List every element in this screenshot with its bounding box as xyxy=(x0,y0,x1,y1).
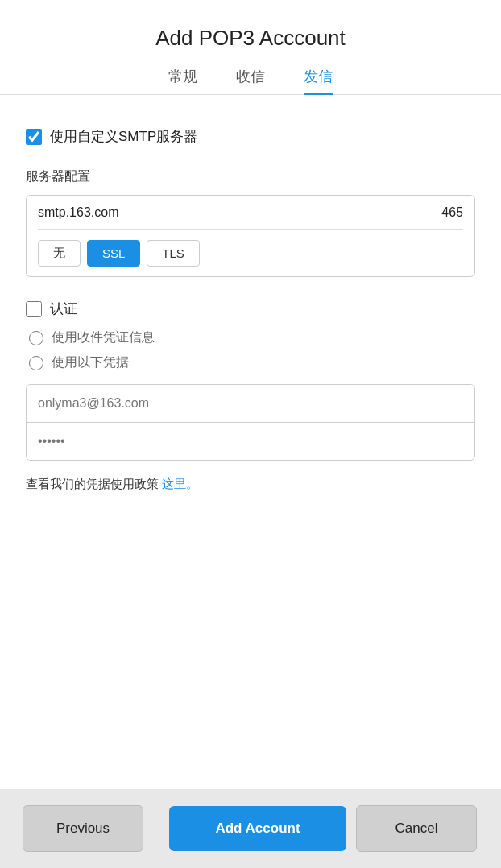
auth-checkbox-row: 认证 xyxy=(26,300,475,318)
policy-link[interactable]: 这里。 xyxy=(162,477,198,490)
email-input[interactable] xyxy=(27,385,474,423)
tab-outgoing[interactable]: 发信 xyxy=(304,67,333,94)
server-config-box: 无 SSL TLS xyxy=(26,195,475,277)
cancel-button[interactable]: Cancel xyxy=(356,805,477,852)
radio-use-following-creds-label[interactable]: 使用以下凭据 xyxy=(52,354,129,371)
ssl-btn-none[interactable]: 无 xyxy=(38,240,81,267)
dialog-body: 使用自定义SMTP服务器 服务器配置 无 SSL TLS xyxy=(0,121,501,789)
auth-checkbox[interactable] xyxy=(26,301,42,317)
server-config-heading: 服务器配置 xyxy=(26,168,475,185)
tab-bar: 常规 收信 发信 xyxy=(0,67,501,95)
server-port-input[interactable] xyxy=(415,205,463,220)
radio-use-incoming-creds-label[interactable]: 使用收件凭证信息 xyxy=(52,329,155,346)
policy-text-row: 查看我们的凭据使用政策 这里。 xyxy=(26,477,475,492)
use-custom-smtp-row: 使用自定义SMTP服务器 xyxy=(26,127,475,146)
server-host-port-row xyxy=(38,205,463,220)
radio-use-following-creds: 使用以下凭据 xyxy=(29,354,475,371)
tab-general[interactable]: 常规 xyxy=(168,67,197,94)
auth-label[interactable]: 认证 xyxy=(50,300,77,318)
radio-use-following-creds-input[interactable] xyxy=(29,356,43,370)
add-account-button[interactable]: Add Account xyxy=(169,806,346,851)
credentials-box xyxy=(26,384,475,461)
add-pop3-dialog: Add POP3 Acccount 常规 收信 发信 使用自定义SMTP服务器 … xyxy=(0,0,501,868)
radio-use-incoming-creds: 使用收件凭证信息 xyxy=(29,329,475,346)
ssl-btn-tls[interactable]: TLS xyxy=(147,240,200,267)
ssl-button-group: 无 SSL TLS xyxy=(38,240,463,267)
server-host-input[interactable] xyxy=(38,205,405,220)
ssl-btn-ssl[interactable]: SSL xyxy=(87,240,140,267)
dialog-footer: Previous Add Account Cancel xyxy=(0,789,501,868)
password-input[interactable] xyxy=(27,423,474,460)
dialog-title: Add POP3 Acccount xyxy=(0,0,501,67)
use-custom-smtp-checkbox[interactable] xyxy=(26,129,42,145)
radio-use-incoming-creds-input[interactable] xyxy=(29,331,43,345)
use-custom-smtp-label[interactable]: 使用自定义SMTP服务器 xyxy=(50,127,197,146)
tab-incoming[interactable]: 收信 xyxy=(236,67,265,94)
previous-button[interactable]: Previous xyxy=(23,805,143,852)
